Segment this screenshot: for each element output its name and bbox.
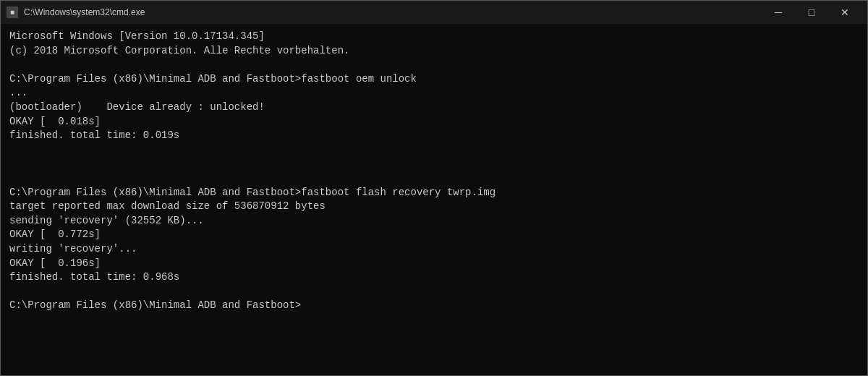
- terminal-line: [9, 143, 859, 158]
- terminal-line: (bootloader) Device already : unlocked!: [9, 101, 859, 115]
- terminal-line: [9, 157, 859, 171]
- maximize-button[interactable]: □: [795, 1, 828, 24]
- terminal-line: OKAY [ 0.018s]: [9, 115, 859, 129]
- terminal-line: [9, 285, 859, 299]
- terminal-line: OKAY [ 0.772s]: [9, 228, 859, 242]
- terminal-line: C:\Program Files (x86)\Minimal ADB and F…: [9, 72, 859, 87]
- terminal-line: finished. total time: 0.019s: [9, 129, 859, 143]
- title-bar: ■ C:\Windows\system32\cmd.exe ─ □ ✕: [1, 1, 867, 24]
- app-icon: ■: [7, 7, 18, 18]
- terminal-line: writing 'recovery'...: [9, 242, 859, 257]
- terminal-line: Microsoft Windows [Version 10.0.17134.34…: [9, 30, 859, 44]
- terminal-output[interactable]: Microsoft Windows [Version 10.0.17134.34…: [1, 24, 867, 375]
- terminal-line: OKAY [ 0.196s]: [9, 257, 859, 271]
- close-button[interactable]: ✕: [828, 1, 861, 24]
- terminal-line: C:\Program Files (x86)\Minimal ADB and F…: [9, 186, 859, 200]
- terminal-line: C:\Program Files (x86)\Minimal ADB and F…: [9, 299, 859, 313]
- terminal-line: target reported max download size of 536…: [9, 200, 859, 214]
- window-title: C:\Windows\system32\cmd.exe: [24, 7, 762, 17]
- cmd-window: ■ C:\Windows\system32\cmd.exe ─ □ ✕ Micr…: [0, 0, 868, 376]
- terminal-line: finished. total time: 0.968s: [9, 270, 859, 285]
- terminal-line: ...: [9, 86, 859, 101]
- terminal-line: [9, 58, 859, 72]
- minimize-button[interactable]: ─: [762, 1, 795, 24]
- terminal-line: [9, 171, 859, 186]
- terminal-line: sending 'recovery' (32552 KB)...: [9, 214, 859, 228]
- terminal-line: (c) 2018 Microsoft Corporation. Alle Rec…: [9, 44, 859, 59]
- window-controls: ─ □ ✕: [762, 1, 861, 24]
